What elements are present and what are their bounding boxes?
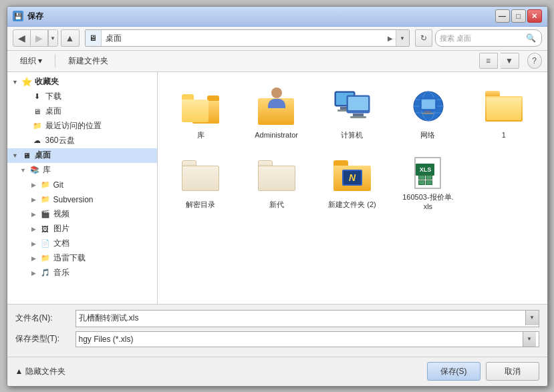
- filename-input[interactable]: [76, 311, 525, 327]
- footer-buttons: 保存(S) 取消: [427, 362, 539, 381]
- documents-icon: 📄: [39, 238, 51, 249]
- minimize-button[interactable]: —: [495, 9, 510, 23]
- recent-expand: [21, 121, 31, 132]
- xindai-folder-body: [258, 166, 295, 191]
- desktop-fav-icon: 🖥: [31, 106, 43, 117]
- file-item-1[interactable]: 1: [467, 79, 540, 146]
- sidebar-item-music[interactable]: ▶ 🎵 音乐: [7, 266, 157, 280]
- view-toggle-button[interactable]: ≡: [479, 53, 498, 69]
- desktop-fav-label: 桌面: [45, 106, 61, 117]
- folder-tab-back: [207, 95, 219, 101]
- file-item-administrator[interactable]: Administrator: [240, 79, 313, 146]
- sidebar-item-pictures[interactable]: ▶ 🖼 图片: [7, 222, 157, 236]
- close-button[interactable]: ✕: [527, 9, 542, 23]
- thunder-icon: 📁: [39, 253, 51, 264]
- view-dropdown-button[interactable]: ▼: [501, 53, 519, 69]
- desktop-expand-icon[interactable]: ▼: [10, 150, 21, 161]
- music-expand-icon[interactable]: ▶: [29, 268, 39, 278]
- maximize-button[interactable]: □: [511, 9, 526, 23]
- file-item-network[interactable]: 网络: [392, 79, 464, 146]
- music-icon: 🎵: [39, 268, 51, 278]
- xls-cell-3: [418, 180, 425, 185]
- favorites-label: 收藏夹: [35, 76, 59, 87]
- filetype-dropdown-arrow[interactable]: ▼: [523, 332, 536, 347]
- address-breadcrumb-arrow: ▶: [388, 35, 396, 42]
- newfolder2-file-label: 新建文件夹 (2): [328, 200, 376, 209]
- filetype-dropdown[interactable]: hgy Files (*.xls) ▼: [76, 331, 539, 347]
- network-file-label: 网络: [420, 130, 435, 140]
- hide-folder-button[interactable]: ▲ 隐藏文件夹: [15, 366, 66, 377]
- xls-file-label: 160503-报价单.xls: [401, 192, 454, 212]
- refresh-button[interactable]: ↻: [415, 29, 432, 47]
- file-item-decrypt[interactable]: 解密目录: [164, 148, 237, 215]
- organize-button[interactable]: 组织 ▾: [13, 53, 49, 69]
- search-icon[interactable]: 🔍: [525, 32, 537, 44]
- network-file-icon: [406, 85, 449, 128]
- xls-file-icon: XLS: [406, 154, 449, 190]
- filename-dropdown-arrow[interactable]: ▼: [525, 311, 539, 325]
- library-expand-icon[interactable]: ▼: [18, 165, 29, 176]
- hide-folder-label: 隐藏文件夹: [25, 366, 65, 377]
- folder-front: [182, 100, 209, 122]
- xindai-file-icon: [255, 154, 298, 197]
- favorites-expand-icon[interactable]: ▼: [10, 77, 21, 87]
- sidebar-item-recent[interactable]: 📁 最近访问的位置: [7, 119, 157, 134]
- cloud-icon: ☁: [31, 136, 43, 146]
- desktop-section[interactable]: ▼ 🖥 桌面: [7, 148, 157, 163]
- file-item-library[interactable]: 库: [164, 79, 237, 146]
- decrypt-file-icon: [179, 154, 222, 197]
- documents-label: 文档: [53, 238, 70, 249]
- sidebar-item-video[interactable]: ▶ 🎬 视频: [7, 207, 157, 222]
- xls-cell-2: [426, 175, 432, 180]
- file-item-xindai[interactable]: 新代: [240, 148, 313, 215]
- search-box[interactable]: 搜索 桌面 🔍: [435, 29, 542, 47]
- desktop-section-label: 桌面: [35, 150, 51, 161]
- back-button[interactable]: ◀: [13, 29, 31, 47]
- new-folder-button[interactable]: 新建文件夹: [61, 53, 116, 69]
- navigation-toolbar: ◀ ▶ ▼ ▲ 🖥 桌面 ▶ ▼ ↻ 搜索 桌面 🔍: [7, 27, 547, 51]
- cancel-button[interactable]: 取消: [486, 362, 539, 381]
- svg-rect-7: [350, 116, 366, 118]
- pictures-icon: 🖼: [39, 224, 51, 234]
- sidebar-item-download[interactable]: ⬇ 下载: [7, 89, 157, 104]
- blank-folder-body: [182, 166, 219, 191]
- address-bar[interactable]: 🖥 桌面 ▶ ▼: [85, 29, 410, 47]
- sidebar-item-desktop-fav[interactable]: 🖥 桌面: [7, 104, 157, 119]
- subversion-expand-icon[interactable]: ▶: [29, 194, 39, 205]
- documents-expand-icon[interactable]: ▶: [29, 238, 39, 249]
- sidebar-item-git[interactable]: ▶ 📁 Git: [7, 178, 157, 192]
- person-avatar: [267, 87, 286, 106]
- sidebar-item-cloud[interactable]: ☁ 360云盘: [7, 134, 157, 148]
- download-icon: ⬇: [31, 91, 43, 102]
- sidebar-item-thunder[interactable]: ▶ 📁 迅雷下载: [7, 251, 157, 266]
- main-content: ▼ ⭐ 收藏夹 ⬇ 下载 🖥 桌面 📁 最近访问的位置 ☁: [7, 72, 547, 304]
- sidebar-item-library[interactable]: ▼ 📚 库: [7, 163, 157, 178]
- favorites-section[interactable]: ▼ ⭐ 收藏夹: [7, 75, 157, 89]
- library-file-icon: [179, 85, 222, 128]
- sidebar-item-subversion[interactable]: ▶ 📁 Subversion: [7, 192, 157, 207]
- file-item-xls[interactable]: XLS 160503-报价单.xls: [392, 148, 464, 215]
- up-button[interactable]: ▲: [61, 29, 80, 47]
- filename-input-wrapper[interactable]: ▼: [76, 310, 539, 327]
- video-expand-icon[interactable]: ▶: [29, 209, 39, 220]
- thunder-expand-icon[interactable]: ▶: [29, 253, 39, 264]
- recent-label: 最近访问的位置: [45, 120, 102, 132]
- file-item-newfolder2[interactable]: N 新建文件夹 (2): [315, 148, 388, 215]
- computer-file-icon: [331, 85, 374, 128]
- pictures-expand-icon[interactable]: ▶: [29, 224, 39, 234]
- sidebar-item-documents[interactable]: ▶ 📄 文档: [7, 236, 157, 251]
- git-expand-icon[interactable]: ▶: [29, 180, 39, 190]
- file-item-computer[interactable]: 计算机: [315, 79, 388, 146]
- decrypt-file-label: 解密目录: [186, 200, 215, 209]
- help-button[interactable]: ?: [527, 53, 542, 69]
- thunder-label: 迅雷下载: [53, 252, 86, 264]
- folder1-file-icon: [482, 85, 525, 128]
- administrator-file-icon: [255, 85, 298, 128]
- forward-button[interactable]: ▶: [31, 29, 48, 47]
- pictures-label: 图片: [53, 223, 70, 234]
- address-dropdown-button[interactable]: ▼: [396, 30, 409, 46]
- nav-dropdown-button[interactable]: ▼: [48, 29, 57, 47]
- svg-rect-16: [422, 113, 434, 114]
- save-button[interactable]: 保存(S): [427, 362, 480, 381]
- folder1-inner: [487, 97, 521, 120]
